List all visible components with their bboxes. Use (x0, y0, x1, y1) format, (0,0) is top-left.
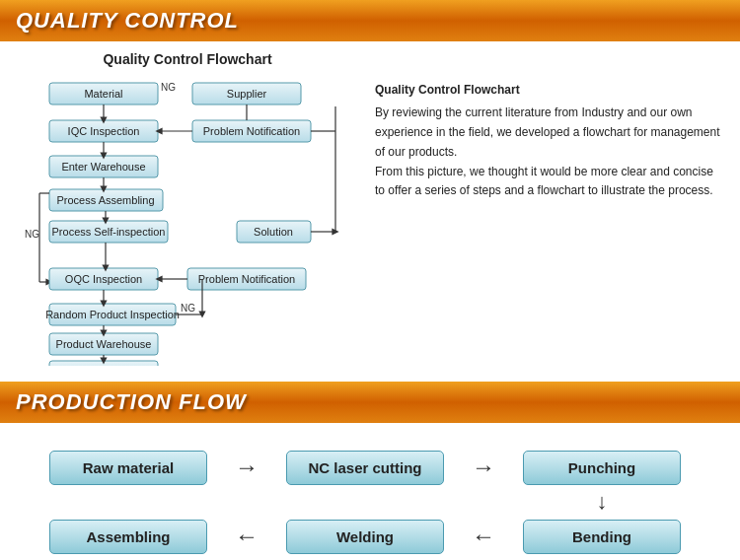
svg-text:Process Self-inspection: Process Self-inspection (52, 226, 166, 238)
flowchart-svg: Supplier --> Material NG Supplier IQC In… (20, 75, 345, 366)
svg-text:Product Warehouse: Product Warehouse (56, 338, 152, 350)
welding-box: Welding (286, 520, 444, 554)
production-flow-title: PRODUCTION FLOW (16, 389, 247, 415)
production-flow-section: Raw material → NC laser cutting → Punchi… (0, 423, 740, 560)
flowchart-area: Quality Control Flowchart Supplier --> M… (20, 51, 355, 370)
arrow-left-1: ← (235, 523, 259, 550)
flowchart-title: Quality Control Flowchart (20, 51, 355, 67)
assembling-box: Assembling (49, 520, 207, 554)
svg-text:OQC Inspection: OQC Inspection (65, 273, 142, 285)
svg-text:Solution: Solution (254, 226, 293, 238)
svg-text:Process Assembling: Process Assembling (56, 194, 154, 206)
arrow-right-1: → (235, 454, 259, 481)
svg-text:IQC Inspection: IQC Inspection (68, 125, 140, 137)
svg-text:NG: NG (25, 229, 39, 240)
arrow-down-punching: ↓ (597, 491, 608, 513)
svg-text:Problem Notification: Problem Notification (198, 273, 295, 285)
svg-text:Supplier: Supplier (227, 88, 267, 100)
production-flow-banner: PRODUCTION FLOW (0, 382, 740, 423)
description-area: Quality Control Flowchart By reviewing t… (375, 51, 720, 370)
svg-text:Problem Notification: Problem Notification (203, 125, 300, 137)
arrow-left-2: ← (472, 523, 495, 550)
svg-text:Material: Material (84, 88, 122, 100)
quality-control-title: QUALITY CONTROL (16, 8, 239, 34)
punching-box: Punching (523, 451, 681, 485)
bending-box: Bending (523, 520, 681, 554)
svg-text:NG: NG (161, 82, 176, 93)
svg-text:NG: NG (181, 303, 195, 314)
svg-text:Enter Warehouse: Enter Warehouse (61, 161, 145, 173)
quality-control-section: Quality Control Flowchart Supplier --> M… (0, 41, 740, 380)
svg-text:Random Product Inspection: Random Product Inspection (45, 309, 180, 320)
quality-control-banner: QUALITY CONTROL (0, 0, 740, 41)
description-title: Quality Control Flowchart (375, 81, 720, 100)
raw-material-box: Raw material (49, 451, 207, 485)
arrow-right-2: → (472, 454, 495, 481)
description-text: By reviewing the current literature from… (375, 104, 720, 201)
nc-laser-cutting-box: NC laser cutting (286, 451, 444, 485)
